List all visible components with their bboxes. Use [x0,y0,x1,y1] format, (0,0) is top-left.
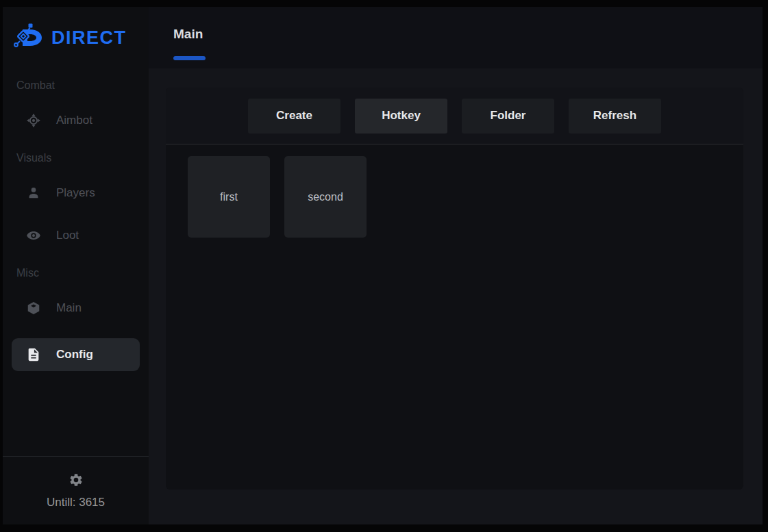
sidebar-item-label: Aimbot [56,114,92,127]
license-until-text: Untill: 3615 [47,496,105,509]
configs-panel: Create Hotkey Folder Refresh first secon… [166,88,743,490]
main-content: Create Hotkey Folder Refresh first secon… [149,68,763,524]
sidebar-item-label: Players [56,186,95,200]
brand-logo-icon [12,21,45,54]
config-tile-list: first second [166,144,743,238]
sidebar-footer: Untill: 3615 [3,456,149,524]
configs-toolbar: Create Hotkey Folder Refresh [166,88,743,144]
hotkey-button[interactable]: Hotkey [355,99,447,134]
tab-label: Main [173,27,206,42]
sidebar-item-config[interactable]: Config [12,338,140,371]
sidebar-item-label: Loot [56,229,79,242]
sidebar-item-main[interactable]: Main [3,294,149,322]
app-window: DIRECT Combat Aimbot Visuals [3,7,763,524]
cube-icon [26,301,41,316]
config-tile-second[interactable]: second [284,156,367,238]
sidebar-item-label: Config [56,348,93,362]
sidebar-item-loot[interactable]: Loot [3,222,149,249]
document-icon [26,347,41,362]
sidebar-section-combat: Combat [3,79,149,92]
brand-name: DIRECT [51,27,127,49]
sidebar-section-misc: Misc [3,267,149,279]
main-area: Main Create Hotkey Folder Refresh first … [149,7,763,524]
create-button[interactable]: Create [248,99,340,134]
person-icon [26,186,41,201]
brand: DIRECT [3,7,149,68]
folder-button[interactable]: Folder [462,99,554,134]
config-tile-first[interactable]: first [188,156,270,238]
sidebar-item-players[interactable]: Players [3,179,149,207]
sidebar-section-visuals: Visuals [3,152,149,164]
eye-icon [26,228,41,243]
active-tab-indicator [173,56,206,60]
sidebar-item-aimbot[interactable]: Aimbot [3,107,149,134]
gear-icon[interactable] [69,472,84,487]
main-header: Main [149,7,763,68]
sidebar: DIRECT Combat Aimbot Visuals [3,7,149,524]
crosshair-icon [26,113,41,128]
refresh-button[interactable]: Refresh [569,99,661,134]
sidebar-item-label: Main [56,301,82,315]
sidebar-nav: Combat Aimbot Visuals [3,68,149,456]
tab-main[interactable]: Main [173,27,206,60]
